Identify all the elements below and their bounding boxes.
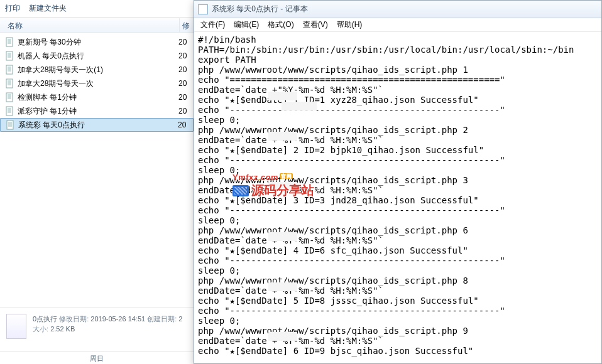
notepad-app-icon xyxy=(198,4,208,14)
censor-block xyxy=(299,102,317,110)
notepad-titlebar[interactable]: 系统彩 每天0点执行 - 记事本 xyxy=(194,1,601,18)
file-mod: 20 xyxy=(178,38,191,46)
file-mod: 20 xyxy=(178,79,191,88)
file-row[interactable]: 派彩守护 每1分钟20 xyxy=(0,104,194,118)
file-row[interactable]: 加拿大28期号每天一次(1)20 xyxy=(0,63,194,77)
censor-block xyxy=(268,332,297,341)
file-row[interactable]: 更新期号 每30分钟20 xyxy=(0,35,194,49)
file-name: 检测脚本 每1分钟 xyxy=(18,92,178,103)
details-create-label: 创建日期: xyxy=(147,315,177,323)
file-name: 机器人 每天0点执行 xyxy=(18,51,178,62)
censor-block xyxy=(268,232,297,241)
text-file-icon xyxy=(5,51,15,61)
menu-file[interactable]: 文件(F) xyxy=(200,19,225,30)
details-mod-label: 修改日期: xyxy=(59,315,89,323)
file-name: 加拿大28期号每天一次(1) xyxy=(18,65,178,75)
censor-block xyxy=(268,182,297,191)
censor-block xyxy=(268,92,297,100)
file-thumbnail xyxy=(6,314,26,339)
file-name: 更新期号 每30分钟 xyxy=(18,37,178,48)
text-file-icon xyxy=(6,120,16,130)
file-mod: 20 xyxy=(178,51,191,60)
toolbar-print[interactable]: 打印 xyxy=(5,3,20,14)
explorer-status: 周日 xyxy=(0,351,194,364)
menu-format[interactable]: 格式(O) xyxy=(268,19,293,30)
file-explorer-pane: 名称 修 更新期号 每30分钟20机器人 每天0点执行20加拿大28期号每天一次… xyxy=(0,18,194,364)
notepad-menubar: 文件(F) 编辑(E) 格式(O) 查看(V) 帮助(H) xyxy=(194,18,601,32)
details-size-value: 2.52 KB xyxy=(50,325,75,333)
censor-block xyxy=(268,282,297,291)
text-file-icon xyxy=(5,78,15,88)
column-header-row: 名称 修 xyxy=(0,18,194,33)
file-row[interactable]: 加拿大28期号每天一次20 xyxy=(0,77,194,90)
file-row[interactable]: 系统彩 每天0点执行20 xyxy=(0,118,194,132)
menu-view[interactable]: 查看(V) xyxy=(303,19,328,30)
details-title: 0点执行 xyxy=(33,315,57,323)
censor-block xyxy=(268,132,297,141)
file-details-pane: 0点执行 修改日期: 2019-05-26 14:51 创建日期: 2 大小: … xyxy=(0,307,194,339)
text-file-icon xyxy=(5,92,15,102)
details-mod-value: 2019-05-26 14:51 xyxy=(90,315,145,323)
file-mod: 20 xyxy=(178,107,191,115)
text-file-icon xyxy=(5,106,15,116)
file-list: 更新期号 每30分钟20机器人 每天0点执行20加拿大28期号每天一次(1)20… xyxy=(0,33,194,134)
file-mod: 20 xyxy=(178,93,191,102)
file-name: 派彩守护 每1分钟 xyxy=(18,106,178,117)
file-mod: 20 xyxy=(178,120,190,129)
censor-block xyxy=(282,102,300,110)
notepad-title: 系统彩 每天0点执行 - 记事本 xyxy=(212,4,308,14)
menu-edit[interactable]: 编辑(E) xyxy=(234,19,259,30)
column-modified[interactable]: 修 xyxy=(180,18,194,32)
file-name: 加拿大28期号每天一次 xyxy=(18,78,178,89)
menu-help[interactable]: 帮助(H) xyxy=(337,19,363,30)
file-row[interactable]: 机器人 每天0点执行20 xyxy=(0,49,194,63)
file-row[interactable]: 检测脚本 每1分钟20 xyxy=(0,90,194,104)
details-create-value: 2 xyxy=(178,315,182,323)
file-name: 系统彩 每天0点执行 xyxy=(18,120,178,131)
text-file-icon xyxy=(5,65,15,75)
file-mod: 20 xyxy=(178,65,191,74)
text-file-icon xyxy=(5,37,15,47)
toolbar-newfolder[interactable]: 新建文件夹 xyxy=(29,3,67,14)
details-size-label: 大小: xyxy=(33,325,48,333)
notepad-text-area[interactable]: #!/bin/bash PATH=/bin:/sbin:/usr/bin:/us… xyxy=(194,32,601,363)
column-name[interactable]: 名称 xyxy=(0,18,180,32)
notepad-window: 系统彩 每天0点执行 - 记事本 文件(F) 编辑(E) 格式(O) 查看(V)… xyxy=(194,0,602,364)
